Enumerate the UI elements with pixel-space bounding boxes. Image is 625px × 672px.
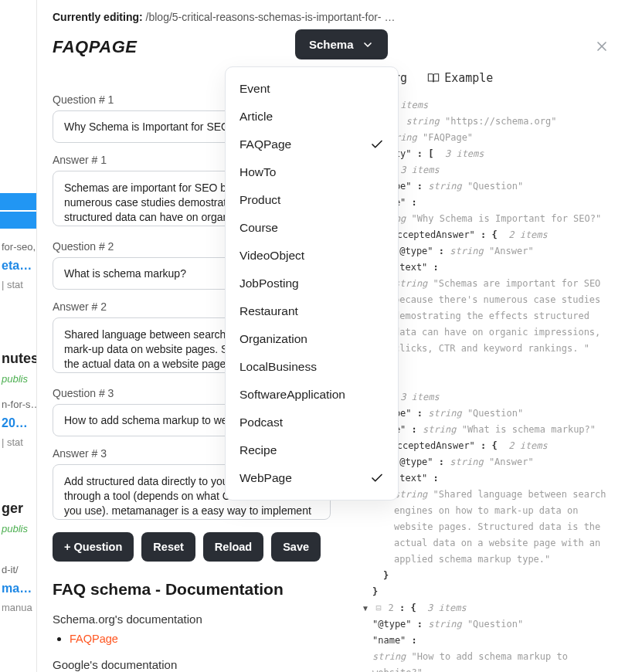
editing-path: /blog/5-critical-reasons-schemas-is-impo… bbox=[146, 11, 396, 23]
peek-text: d-it/ bbox=[0, 561, 36, 579]
check-icon bbox=[370, 471, 384, 485]
schema-dropdown-menu: EventArticleFAQPageHowToProductCourseVid… bbox=[225, 66, 399, 501]
dropdown-item-howto[interactable]: HowTo bbox=[226, 158, 398, 186]
reset-button[interactable]: Reset bbox=[141, 532, 195, 562]
dropdown-item-label: Product bbox=[239, 193, 280, 207]
dropdown-item-label: VideoObject bbox=[239, 249, 304, 263]
close-icon[interactable] bbox=[594, 39, 610, 59]
reload-button[interactable]: Reload bbox=[203, 532, 263, 562]
dropdown-item-label: Podcast bbox=[239, 416, 283, 429]
dropdown-item-label: Course bbox=[239, 221, 278, 235]
page-title: FAQPAGE bbox=[53, 37, 137, 57]
dropdown-item-faqpage[interactable]: FAQPage bbox=[226, 131, 398, 158]
dropdown-item-webpage[interactable]: WebPage bbox=[226, 464, 398, 492]
docs-heading: FAQ schema - Documentation bbox=[53, 580, 331, 599]
dropdown-item-product[interactable]: Product bbox=[226, 186, 398, 214]
peek-text: n-for-s… bbox=[0, 395, 36, 413]
peek-link: ma… bbox=[0, 579, 36, 599]
peek-link: ger bbox=[0, 497, 36, 520]
peek-text: publis bbox=[0, 520, 36, 538]
peek-link: 20… bbox=[0, 413, 36, 433]
dropdown-item-label: Article bbox=[239, 110, 273, 124]
dropdown-item-label: Recipe bbox=[239, 443, 277, 457]
dropdown-item-podcast[interactable]: Podcast bbox=[226, 409, 398, 436]
background-peek: for-seo, eta… | stat nutes publis n-for-… bbox=[0, 0, 37, 672]
dropdown-item-label: LocalBusiness bbox=[239, 360, 317, 374]
dropdown-item-label: Organization bbox=[239, 332, 307, 346]
peek-text: manua bbox=[0, 599, 36, 616]
add-question-button[interactable]: + Question bbox=[53, 532, 134, 562]
chevron-down-icon bbox=[362, 39, 374, 51]
dropdown-item-videoobject[interactable]: VideoObject bbox=[226, 242, 398, 270]
dropdown-item-localbusiness[interactable]: LocalBusiness bbox=[226, 353, 398, 381]
docs-link-schemaorg[interactable]: FAQPage bbox=[70, 633, 118, 645]
peek-link: eta… bbox=[0, 256, 36, 276]
save-button[interactable]: Save bbox=[271, 532, 321, 562]
peek-text: | stat bbox=[0, 276, 36, 294]
peek-text: publis bbox=[0, 370, 36, 388]
docs-subheading: Schema.org's documentation bbox=[53, 613, 331, 626]
dropdown-item-course[interactable]: Course bbox=[226, 214, 398, 242]
schema-dropdown-button[interactable]: Schema bbox=[295, 29, 388, 59]
dropdown-item-article[interactable]: Article bbox=[226, 103, 398, 131]
dropdown-item-label: FAQPage bbox=[239, 137, 291, 151]
book-icon bbox=[427, 72, 440, 84]
dropdown-item-jobposting[interactable]: JobPosting bbox=[226, 270, 398, 297]
dropdown-item-organization[interactable]: Organization bbox=[226, 325, 398, 353]
dropdown-item-label: Event bbox=[239, 82, 270, 96]
peek-text: for-seo, bbox=[0, 238, 36, 256]
dropdown-item-label: SoftwareApplication bbox=[239, 388, 345, 402]
breadcrumb: Currently editing: /blog/5-critical-reas… bbox=[37, 0, 625, 29]
dropdown-item-label: WebPage bbox=[239, 471, 292, 485]
dropdown-item-label: Restaurant bbox=[239, 304, 298, 318]
dropdown-item-label: JobPosting bbox=[239, 277, 299, 290]
editing-label: Currently editing: bbox=[53, 11, 143, 23]
docs-subheading: Google's documentation bbox=[53, 658, 331, 671]
schema-button-label: Schema bbox=[309, 38, 354, 51]
peek-text: | stat bbox=[0, 433, 36, 451]
check-icon bbox=[370, 137, 384, 151]
peek-text: nutes bbox=[0, 348, 36, 370]
dropdown-item-softwareapplication[interactable]: SoftwareApplication bbox=[226, 381, 398, 409]
dropdown-item-restaurant[interactable]: Restaurant bbox=[226, 297, 398, 325]
dropdown-item-recipe[interactable]: Recipe bbox=[226, 436, 398, 464]
example-link[interactable]: Example bbox=[444, 68, 493, 88]
dropdown-item-event[interactable]: Event bbox=[226, 75, 398, 103]
dropdown-item-label: HowTo bbox=[239, 165, 276, 179]
